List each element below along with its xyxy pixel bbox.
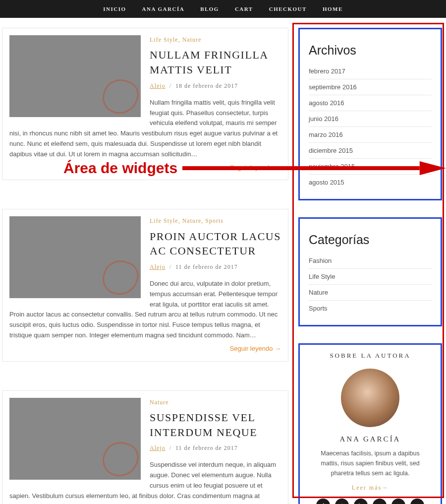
post-thumbnail[interactable] — [9, 35, 141, 117]
categories-list: Fashion Life Style Nature Sports — [309, 253, 432, 316]
archive-link[interactable]: noviembre 2015 — [309, 159, 432, 175]
archive-link[interactable]: agosto 2016 — [309, 95, 432, 111]
facebook-icon[interactable]: f — [316, 499, 330, 504]
post-card: Life Style, Nature NULLAM FRINGILLA MATT… — [2, 28, 288, 180]
post-date: 11 de febrero de 2017 — [175, 263, 238, 270]
category-item[interactable]: Sports — [309, 301, 432, 316]
youtube-icon[interactable]: ▶ — [410, 499, 424, 504]
archive-link[interactable]: junio 2016 — [309, 111, 432, 127]
author-name: ANA GARCÍA — [309, 435, 432, 443]
posts-column: Life Style, Nature NULLAM FRINGILLA MATT… — [2, 28, 288, 504]
post-thumbnail[interactable] — [9, 216, 141, 298]
category-item[interactable]: Fashion — [309, 253, 432, 269]
nav-item-home[interactable]: HOME — [323, 6, 343, 12]
archive-link[interactable]: febrero 2017 — [309, 63, 432, 79]
widget-title: Archivos — [309, 43, 432, 58]
nav-item-ana-garcia[interactable]: ANA GARCÍA — [142, 6, 185, 12]
post-date: 11 de febrero de 2017 — [175, 444, 238, 451]
archive-link[interactable]: diciembre 2015 — [309, 143, 432, 159]
post-author-link[interactable]: Alejo — [150, 82, 166, 89]
twitter-icon[interactable]: t — [335, 499, 349, 504]
read-more-link[interactable]: Seguir leyendo → — [9, 163, 281, 173]
widget-title: Categorías — [309, 233, 432, 247]
category-item[interactable]: Nature — [309, 285, 432, 301]
post-author-link[interactable]: Alejo — [150, 444, 166, 451]
categories-widget: Categorías Fashion Life Style Nature Spo… — [298, 217, 442, 326]
post-author-link[interactable]: Alejo — [150, 263, 166, 270]
linkedin-icon[interactable]: in — [354, 499, 368, 504]
category-link[interactable]: Life Style — [150, 36, 178, 43]
post-date: 18 de febrero de 2017 — [175, 82, 238, 89]
category-link[interactable]: Life Style — [150, 217, 178, 224]
archive-link[interactable]: marzo 2016 — [309, 127, 432, 143]
archives-widget: Archivos febrero 2017 septiembre 2016 ag… — [298, 28, 442, 200]
nav-item-cart[interactable]: CART — [235, 6, 253, 12]
sidebar: Archivos febrero 2017 septiembre 2016 ag… — [298, 28, 442, 504]
archives-list: febrero 2017 septiembre 2016 agosto 2016… — [309, 63, 432, 190]
social-links: f t in ◻ p ▶ — [309, 499, 432, 504]
nav-item-inicio[interactable]: INICIO — [103, 6, 126, 12]
category-link[interactable]: Nature — [182, 217, 202, 224]
archive-link[interactable]: agosto 2015 — [309, 175, 432, 190]
archive-link[interactable]: septiembre 2016 — [309, 79, 432, 95]
top-nav: INICIO ANA GARCÍA BLOG CART CHECKOUT HOM… — [0, 0, 446, 18]
author-avatar — [341, 369, 399, 427]
category-item[interactable]: Life Style — [309, 269, 432, 285]
category-link[interactable]: Nature — [150, 399, 169, 406]
pinterest-icon[interactable]: p — [391, 499, 405, 504]
author-read-more-link[interactable]: Leer más→ — [352, 484, 389, 492]
category-link[interactable]: Sports — [205, 217, 223, 224]
post-card: Life Style, Nature, Sports PROIN AUCTOR … — [2, 209, 288, 361]
category-link[interactable]: Nature — [182, 36, 202, 43]
instagram-icon[interactable]: ◻ — [373, 499, 387, 504]
post-card: Nature SUSPENDISSE VEL INTERDUM NEQUE Al… — [2, 390, 288, 504]
nav-item-blog[interactable]: BLOG — [200, 6, 219, 12]
author-widget: SOBRE LA AUTORA ANA GARCÍA Maecenas faci… — [298, 343, 442, 504]
widget-title: SOBRE LA AUTORA — [309, 352, 432, 360]
post-thumbnail[interactable] — [9, 398, 141, 480]
read-more-link[interactable]: Seguir leyendo → — [9, 344, 281, 354]
nav-item-checkout[interactable]: CHECKOUT — [269, 6, 307, 12]
author-bio: Maecenas facilisis, ipsum a dapibus matt… — [309, 448, 432, 478]
